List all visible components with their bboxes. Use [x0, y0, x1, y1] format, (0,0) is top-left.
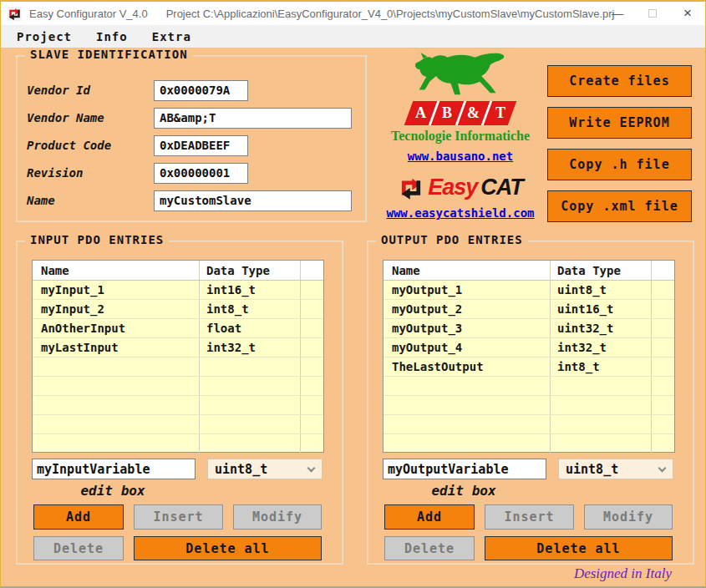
input-insert-button[interactable]: Insert	[134, 504, 223, 530]
company-tagline: Tecnologie Informatiche	[375, 129, 546, 144]
table-row[interactable]: TheLastOutputint8_t	[383, 357, 674, 377]
designed-in-italy-text: Designed in Italy	[574, 565, 672, 582]
vendor-name-input[interactable]	[154, 108, 352, 129]
input-delete-all-button[interactable]: Delete all	[134, 536, 322, 560]
input-modify-button[interactable]: Modify	[233, 504, 322, 530]
action-buttons: Create files Write EEPROM Copy .h file C…	[547, 65, 692, 232]
abt-letter: A	[415, 104, 426, 122]
menu-info[interactable]: Info	[88, 28, 136, 45]
output-pdo-panel: OUTPUT PDO ENTRIES Name Data Type myOutp…	[367, 241, 694, 565]
revision-label: Revision	[27, 166, 154, 180]
input-pdo-panel: INPUT PDO ENTRIES Name Data Type myInput…	[16, 241, 343, 565]
table-row-empty[interactable]	[383, 377, 674, 396]
write-eeprom-button[interactable]: Write EEPROM	[547, 107, 692, 139]
revision-row: Revision	[27, 162, 366, 184]
easycat-cat-text: CAT	[480, 175, 523, 200]
input-pdo-table[interactable]: Name Data Type myInput_1int16_t myInput_…	[32, 260, 324, 453]
output-variable-edit-box[interactable]	[383, 459, 546, 479]
name-label: Name	[27, 194, 154, 207]
app-title-text: Easy Configurator V_4.0	[29, 8, 148, 20]
copy-xml-file-button[interactable]: Copy .xml file	[547, 190, 692, 222]
output-type-select[interactable]: uint8_t	[558, 459, 673, 479]
easycatshield-link[interactable]: www.easycatshield.com	[386, 206, 534, 220]
abt-letter: B	[442, 104, 452, 122]
output-delete-all-button[interactable]: Delete all	[485, 536, 673, 560]
minimize-button[interactable]: —	[600, 2, 635, 25]
name-row: Name	[27, 190, 366, 211]
table-row-empty[interactable]	[383, 396, 674, 415]
table-row-empty[interactable]	[33, 377, 323, 396]
table-row[interactable]: myOutput_2uint16_t	[383, 300, 674, 319]
edit-box-label: edit box	[50, 483, 175, 499]
output-insert-button[interactable]: Insert	[485, 504, 574, 530]
easycat-logo: EasyCAT	[375, 175, 546, 200]
title-bar: Easy Configurator V_4.0Project C:\Applic…	[1, 2, 705, 25]
output-pdo-title: OUTPUT PDO ENTRIES	[376, 233, 528, 246]
table-row[interactable]: myOutput_4int32_t	[383, 338, 674, 357]
abt-logo: A B & T	[404, 101, 517, 125]
horse-logo-icon	[409, 50, 511, 100]
edit-box-label: edit box	[401, 483, 526, 499]
output-delete-button[interactable]: Delete	[384, 536, 475, 560]
table-row-empty[interactable]	[383, 415, 674, 434]
table-row[interactable]: myLastInputint32_t	[33, 338, 323, 357]
maximize-icon	[648, 9, 657, 18]
menu-bar: Project Info Extra	[1, 25, 705, 48]
menu-project[interactable]: Project	[8, 28, 80, 45]
table-row-empty[interactable]	[33, 415, 323, 434]
table-row[interactable]: myInput_2int8_t	[33, 300, 323, 319]
table-row[interactable]: myOutput_3uint32_t	[383, 319, 674, 338]
copy-h-file-button[interactable]: Copy .h file	[547, 149, 692, 180]
table-row-empty[interactable]	[383, 434, 674, 454]
easycat-easy-text: Easy	[428, 175, 477, 200]
input-add-button[interactable]: Add	[33, 504, 124, 530]
column-header-datatype: Data Type	[551, 261, 652, 280]
input-pdo-title: INPUT PDO ENTRIES	[25, 233, 169, 246]
input-type-select[interactable]: uint8_t	[207, 459, 323, 479]
name-input[interactable]	[154, 190, 352, 211]
vendor-id-input[interactable]	[154, 80, 248, 101]
app-icon	[8, 7, 22, 21]
table-row-empty[interactable]	[33, 357, 323, 377]
slave-fields: Vendor Id Vendor Name Product Code Revis…	[17, 56, 366, 211]
input-delete-button[interactable]: Delete	[33, 536, 124, 560]
window-title: Easy Configurator V_4.0Project C:\Applic…	[29, 8, 614, 20]
vendor-id-label: Vendor Id	[27, 84, 154, 97]
input-variable-edit-box[interactable]	[32, 459, 196, 479]
column-header-name: Name	[383, 261, 551, 280]
vendor-id-row: Vendor Id	[27, 79, 366, 101]
slave-identification-title: SLAVE IDENTIFICATION	[25, 48, 193, 61]
vendor-name-row: Vendor Name	[27, 107, 366, 129]
abt-letter: &	[467, 104, 480, 122]
chevron-down-icon	[307, 464, 316, 473]
menu-extra[interactable]: Extra	[144, 28, 200, 45]
output-add-button[interactable]: Add	[384, 504, 475, 530]
product-code-label: Product Code	[27, 139, 154, 152]
vendor-name-label: Vendor Name	[27, 111, 154, 124]
create-files-button[interactable]: Create files	[547, 65, 692, 97]
bausano-link[interactable]: www.bausano.net	[408, 150, 513, 163]
output-pdo-table[interactable]: Name Data Type myOutput_1uint8_t myOutpu…	[383, 260, 675, 453]
chevron-down-icon	[658, 464, 667, 473]
table-row-empty[interactable]	[33, 434, 323, 454]
client-area: SLAVE IDENTIFICATION Vendor Id Vendor Na…	[1, 48, 705, 586]
branding-area: A B & T Tecnologie Informatiche www.baus…	[375, 50, 546, 220]
table-row-empty[interactable]	[33, 396, 323, 415]
table-row[interactable]: myInput_1int16_t	[33, 281, 323, 300]
close-button[interactable]: ×	[670, 2, 705, 25]
table-row[interactable]: AnOtherInputfloat	[33, 319, 323, 338]
revision-input[interactable]	[154, 163, 248, 184]
output-modify-button[interactable]: Modify	[584, 504, 673, 530]
project-path-text: Project C:\Applicazioni\EasyConfigurator…	[166, 8, 615, 20]
abt-letter: T	[495, 104, 505, 122]
minimize-icon: —	[612, 7, 623, 20]
table-header: Name Data Type	[33, 261, 323, 281]
app-window: Easy Configurator V_4.0Project C:\Applic…	[0, 0, 706, 588]
product-code-row: Product Code	[27, 134, 366, 156]
window-controls: — ×	[600, 2, 705, 25]
table-row[interactable]: myOutput_1uint8_t	[383, 281, 674, 300]
slave-identification-panel: SLAVE IDENTIFICATION Vendor Id Vendor Na…	[16, 55, 367, 222]
product-code-input[interactable]	[154, 135, 248, 156]
maximize-button[interactable]	[635, 2, 670, 25]
easycat-arrows-icon	[398, 175, 424, 200]
